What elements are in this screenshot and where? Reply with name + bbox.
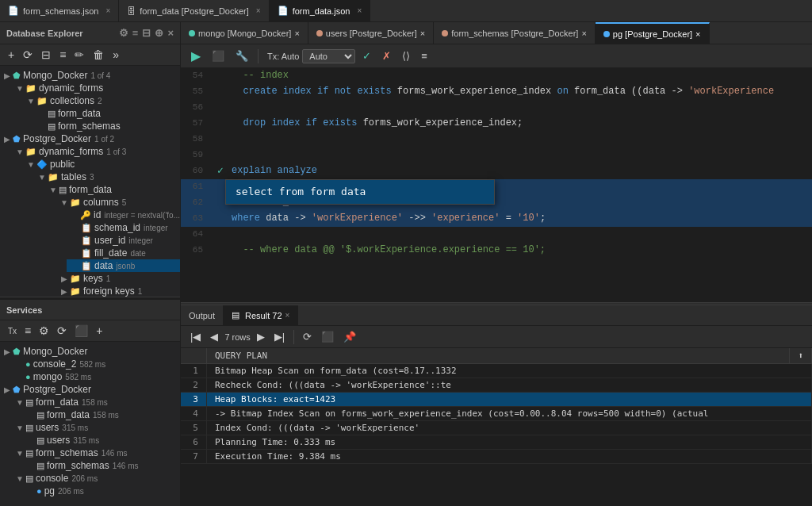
close-icon[interactable]: × (695, 29, 700, 39)
service-form-data-child[interactable]: ▤ form_data 158 ms (22, 408, 180, 421)
collapse-button[interactable]: ⊟ (38, 47, 54, 63)
tab-pg[interactable]: pg [Postgre_Docker] × (596, 22, 710, 44)
col-icon: 📋 (81, 261, 92, 271)
tree-postgre-docker[interactable]: ▶ ⬟ Postgre_Docker 1 of 2 (0, 132, 180, 145)
close-icon[interactable]: × (285, 311, 290, 320)
tree-col-schema-id[interactable]: 📋 schema_id integer (67, 221, 180, 234)
result-row[interactable]: 6 Planning Time: 0.333 ms (181, 435, 812, 450)
autocomplete-item-1[interactable]: select from form data (226, 180, 494, 204)
result-row[interactable]: 7 Execution Time: 9.384 ms (181, 450, 812, 464)
tab-mongo[interactable]: mongo [Mongo_Docker] × (181, 22, 308, 44)
tree-columns[interactable]: ▼ 📁 columns 5 (56, 196, 180, 209)
service-console[interactable]: ▼ ▤ console 206 ms (11, 472, 180, 485)
tree-form-data-pg[interactable]: ▼ ▤ form_data (44, 183, 180, 196)
more-button[interactable]: » (109, 47, 122, 63)
editor-toolbar: ▶ ⬛ 🔧 Tx: Auto Auto Manual ✓ ✗ ⟨⟩ ≡ (181, 44, 812, 68)
row-num: 2 (181, 378, 206, 393)
tree-foreign-keys[interactable]: ▶ 📁 foreign keys 1 (56, 285, 180, 297)
commit-button[interactable]: ✓ (358, 48, 375, 63)
search-icon[interactable]: ⊕ (155, 27, 163, 39)
service-mongo-docker[interactable]: ▶ ⬟ Mongo_Docker (0, 345, 180, 358)
top-tab-form-schemas-json[interactable]: 📄 form_schemas.json × (0, 0, 119, 21)
tree-form-schemas-mongo[interactable]: ▤ form_schemas (33, 120, 180, 132)
refresh-button[interactable]: ⟳ (20, 47, 36, 63)
close-icon[interactable]: × (105, 6, 110, 15)
add-button[interactable]: + (93, 323, 105, 339)
run-button[interactable]: ▶ (187, 47, 205, 65)
service-form-data[interactable]: ▼ ▤ form_data 158 ms (11, 396, 180, 408)
close-icon[interactable]: × (357, 6, 362, 15)
tab-form-schemas-pg[interactable]: form_schemas [Postgre_Docker] × (434, 22, 596, 44)
delete-button[interactable]: 🗑 (90, 47, 107, 63)
settings-button[interactable]: ⚙ (36, 323, 52, 339)
tree-form-data-mongo[interactable]: ▤ form_data (33, 107, 180, 120)
result-row[interactable]: 1 Bitmap Heap Scan on form_data (cost=8.… (181, 364, 812, 378)
refresh-button[interactable]: ⟳ (54, 323, 70, 339)
top-tab-form-data-pg[interactable]: 🗄 form_data [Postgre_Docker] × (119, 0, 269, 21)
add-button[interactable]: + (5, 47, 17, 63)
tree-mongo-docker[interactable]: ▶ ⬟ Mongo_Docker 1 of 4 (0, 69, 180, 82)
tab-users-pg[interactable]: users [Postgre_Docker] × (308, 22, 434, 44)
edit-button[interactable]: ✏ (71, 47, 87, 63)
code-line-54: 54 -- index (181, 68, 812, 84)
pin-button[interactable]: 📌 (340, 329, 359, 344)
rollback-button[interactable]: ✗ (378, 48, 395, 63)
code-editor[interactable]: 54 -- index 55 create index if not exist… (181, 68, 812, 302)
tree-col-id[interactable]: 🔑 id integer = nextval('fo... (67, 209, 180, 221)
settings-icon[interactable]: ⚙ (119, 27, 128, 39)
stop-button[interactable]: ⬛ (208, 48, 228, 63)
result-tab-output[interactable]: Output (181, 305, 224, 325)
last-button[interactable]: ▶| (271, 329, 288, 344)
close-icon[interactable]: × (581, 29, 586, 38)
connection-dot (189, 30, 195, 36)
tree-col-fill-date[interactable]: 📋 fill_date date (67, 247, 180, 259)
close-icon[interactable]: × (256, 6, 261, 15)
tree-keys[interactable]: ▶ 📁 keys 1 (56, 272, 180, 285)
service-pg[interactable]: ● pg 206 ms (22, 485, 180, 497)
tree-col-user-id[interactable]: 📋 user_id integer (67, 234, 180, 247)
col-icon: 📋 (81, 236, 92, 246)
query-plan-cell: Execution Time: 9.384 ms (206, 450, 811, 464)
result-row[interactable]: 2 Recheck Cond: (((data -> 'workExperien… (181, 378, 812, 393)
first-button[interactable]: |◀ (187, 329, 204, 344)
format-button[interactable]: ⟨⟩ (398, 48, 414, 63)
explain-button[interactable]: 🔧 (232, 48, 252, 63)
stop-button[interactable]: ⬛ (318, 329, 337, 344)
result-row[interactable]: 4 -> Bitmap Index Scan on forms_work_exp… (181, 407, 812, 421)
tree-tables[interactable]: ▼ 📁 tables 3 (33, 171, 180, 183)
tree-dynamic-forms-mongo[interactable]: ▼ 📁 dynamic_forms (11, 82, 180, 94)
tree-collections[interactable]: ▼ 📁 collections 2 (22, 94, 180, 107)
service-users-child[interactable]: ▤ users 315 ms (22, 434, 180, 447)
tree-public[interactable]: ▼ 🔷 public (22, 158, 180, 171)
service-form-schemas-child[interactable]: ▤ form_schemas 146 ms (22, 459, 180, 472)
service-form-schemas[interactable]: ▼ ▤ form_schemas 146 ms (11, 447, 180, 459)
more-button[interactable]: ≡ (417, 48, 431, 63)
result-row[interactable]: 5 Index Cond: (((data -> 'workExperience… (181, 421, 812, 435)
autocomplete-popup: select from form data (225, 179, 495, 205)
service-postgre-docker[interactable]: ▶ ⬟ Postgre_Docker (0, 383, 180, 396)
stop-button[interactable]: ⬛ (71, 323, 91, 339)
next-button[interactable]: ▶ (254, 329, 268, 344)
tx-mode-select[interactable]: Auto Manual (302, 49, 355, 63)
close-icon[interactable]: × (420, 29, 425, 38)
list-button[interactable]: ≡ (21, 323, 34, 339)
tree-dynamic-forms-pg[interactable]: ▼ 📁 dynamic_forms 1 of 3 (11, 145, 180, 158)
refresh-button[interactable]: ⟳ (300, 329, 315, 344)
list-icon[interactable]: ≡ (132, 27, 139, 39)
col-icon: 📋 (81, 248, 92, 259)
result-row[interactable]: 3 Heap Blocks: exact=1423 (181, 393, 812, 407)
filter-icon[interactable]: ⊟ (142, 27, 151, 39)
service-console2[interactable]: ● console_2 582 ms (11, 358, 180, 370)
close-icon[interactable]: × (167, 27, 174, 39)
service-users[interactable]: ▼ ▤ users 315 ms (11, 421, 180, 434)
prev-button[interactable]: ◀ (207, 329, 221, 344)
close-icon[interactable]: × (294, 29, 299, 38)
tx-button[interactable]: Tx (5, 323, 20, 339)
top-tab-form-data-json[interactable]: 📄 form_data.json × (270, 0, 371, 21)
result-tab-result[interactable]: ▤ Result 72 × (224, 305, 298, 325)
service-mongo[interactable]: ● mongo 582 ms (11, 370, 180, 383)
tree-col-data[interactable]: 📋 data jsonb (67, 259, 180, 272)
editor-tab-bar: mongo [Mongo_Docker] × users [Postgre_Do… (181, 22, 812, 44)
col-sort[interactable]: ⬆ (790, 348, 812, 364)
filter-button[interactable]: ≡ (56, 47, 69, 63)
